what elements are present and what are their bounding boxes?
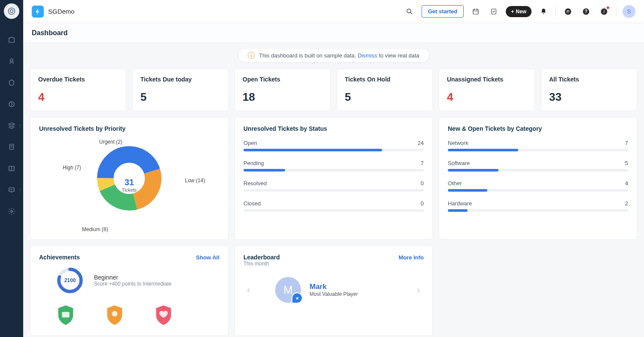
priority-panel: Unresolved Tickets by Priority 31 Ticket…	[30, 117, 228, 240]
stat-card[interactable]: Open Tickets18	[234, 69, 331, 111]
sample-data-notice: i This dashboard is built on sample data…	[238, 48, 429, 63]
bar-row: Closed0	[243, 200, 424, 212]
sidebar-item-problems[interactable]	[0, 51, 23, 72]
svg-point-7	[11, 211, 13, 213]
dismiss-link[interactable]: Dismiss	[358, 52, 377, 59]
stat-value: 18	[243, 90, 322, 104]
svg-point-8	[407, 9, 411, 13]
sidebar-item-releases[interactable]	[0, 93, 23, 115]
help-icon[interactable]: ?	[580, 6, 592, 18]
stat-value: 4	[38, 90, 118, 104]
topbar: SGDemo Get started +New ? i S	[23, 0, 644, 23]
stat-value: 5	[140, 90, 220, 104]
brand[interactable]: SGDemo	[32, 6, 75, 18]
bar-row: Resolved0	[243, 180, 424, 192]
sidebar-item-changes[interactable]	[0, 72, 23, 93]
new-button[interactable]: +New	[506, 6, 532, 17]
stat-value: 33	[549, 90, 629, 104]
svg-point-3	[9, 102, 14, 107]
stat-label: Tickets Due today	[140, 76, 220, 83]
sidebar-item-solutions[interactable]	[0, 158, 23, 179]
category-panel: New & Open Tickets by Category Network7S…	[439, 117, 637, 240]
leader-avatar: M	[275, 277, 301, 303]
titlebar: Dashboard	[23, 23, 644, 43]
achievements-panel: Achievements Show All 2100 Beginner Scor…	[30, 246, 228, 336]
stat-card[interactable]: Unassigned Tickets4	[439, 69, 535, 111]
stat-label: Unassigned Tickets	[447, 76, 527, 83]
svg-point-2	[10, 59, 13, 61]
brand-icon	[32, 6, 44, 18]
stat-label: Open Tickets	[243, 76, 322, 83]
show-all-link[interactable]: Show All	[196, 254, 219, 261]
info-icon[interactable]: i	[598, 6, 610, 18]
stat-label: All Tickets	[549, 76, 629, 83]
calendar-icon[interactable]	[470, 6, 482, 18]
badge-red-icon	[154, 304, 173, 326]
bar-row: Open24	[243, 140, 424, 151]
stat-card[interactable]: Overdue Tickets4	[30, 69, 126, 111]
info-circle-icon: i	[248, 52, 255, 59]
avatar[interactable]: S	[623, 5, 635, 18]
status-panel: Unresolved Tickets by Status Open24Pendi…	[234, 117, 433, 240]
stat-card[interactable]: Tickets On Hold5	[337, 69, 433, 111]
svg-rect-4	[10, 144, 14, 149]
sidebar-item-assets[interactable]	[0, 115, 23, 136]
chevron-right-icon[interactable]: ›	[413, 280, 424, 299]
svg-point-11	[565, 8, 571, 15]
svg-text:i: i	[604, 9, 605, 14]
bar-row: Other4	[448, 180, 628, 192]
svg-rect-22	[62, 312, 69, 317]
panel-title: Unresolved Tickets by Priority	[39, 125, 219, 132]
sidebar	[0, 0, 23, 337]
announce-icon[interactable]	[562, 6, 574, 18]
bar-row: Pending7	[243, 160, 424, 172]
svg-point-0	[9, 8, 15, 15]
stat-value: 4	[447, 90, 527, 104]
sidebar-item-contracts[interactable]	[0, 136, 23, 158]
stat-label: Overdue Tickets	[38, 76, 118, 83]
stat-value: 5	[345, 90, 425, 104]
svg-text:?: ?	[585, 9, 587, 14]
page-title: Dashboard	[32, 29, 68, 37]
badge-orange-icon	[105, 304, 124, 326]
leaderboard-panel: Leaderboard This month More Info ‹ M Mar…	[234, 246, 433, 336]
stats-row: Overdue Tickets4Tickets Due today5Open T…	[30, 69, 637, 111]
bar-row: Network7	[448, 140, 628, 151]
brand-name: SGDemo	[48, 8, 75, 15]
sidebar-item-tickets[interactable]	[0, 29, 23, 51]
sidebar-logo[interactable]	[4, 3, 19, 19]
more-info-link[interactable]: More Info	[399, 254, 424, 261]
chevron-left-icon[interactable]: ‹	[243, 280, 254, 299]
panel-title: Unresolved Tickets by Status	[243, 125, 424, 132]
stat-card[interactable]: Tickets Due today5	[132, 69, 228, 111]
badge-green-icon	[56, 304, 75, 326]
bell-icon[interactable]	[538, 6, 550, 18]
stat-card[interactable]: All Tickets33	[541, 69, 637, 111]
search-icon[interactable]	[404, 6, 416, 18]
svg-point-1	[10, 10, 13, 13]
svg-point-23	[112, 311, 117, 316]
tasks-icon[interactable]	[488, 6, 500, 18]
svg-rect-9	[473, 9, 478, 14]
stat-label: Tickets On Hold	[345, 76, 425, 83]
sidebar-item-reports[interactable]	[0, 179, 23, 201]
plus-icon: +	[511, 9, 514, 15]
bar-row: Software5	[448, 160, 628, 172]
bar-row: Hardware2	[448, 200, 628, 212]
get-started-button[interactable]: Get started	[422, 5, 464, 18]
sidebar-item-admin[interactable]	[0, 201, 23, 222]
score-ring: 2100	[56, 267, 84, 294]
panel-title: New & Open Tickets by Category	[448, 125, 628, 132]
